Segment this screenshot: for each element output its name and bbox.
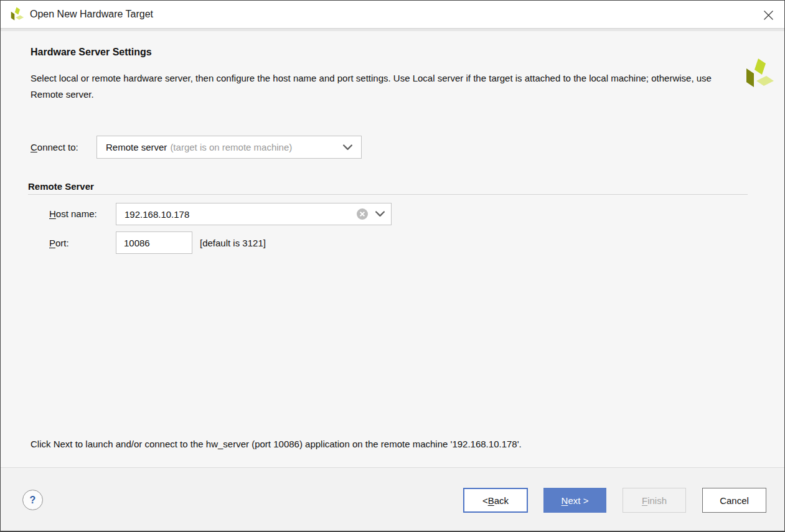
host-name-label: Host name:: [49, 208, 97, 219]
connect-to-label: Connect to:: [31, 142, 78, 152]
status-message: Click Next to launch and/or connect to t…: [31, 439, 522, 449]
connect-to-select[interactable]: Remote server (target is on remote machi…: [96, 136, 362, 159]
question-mark-icon: ?: [30, 495, 36, 506]
port-label: Port:: [49, 238, 69, 248]
page-description: Select local or remote hardware server, …: [31, 70, 712, 103]
xilinx-logo-icon: [743, 58, 775, 90]
clear-icon[interactable]: [357, 208, 368, 220]
finish-button[interactable]: Finish: [623, 488, 686, 513]
window-title: Open New Hardware Target: [30, 9, 153, 20]
next-button[interactable]: Next >: [543, 488, 606, 513]
titlebar-shadow: [1, 29, 784, 31]
page-title: Hardware Server Settings: [31, 47, 152, 58]
help-button[interactable]: ?: [22, 490, 43, 510]
back-button[interactable]: < Back: [463, 488, 528, 513]
chevron-down-icon[interactable]: [343, 144, 352, 151]
app-logo-icon: [9, 7, 24, 22]
close-icon[interactable]: [761, 7, 776, 22]
port-input[interactable]: [116, 231, 192, 254]
dialog-window: Open New Hardware Target Hardware Server…: [0, 0, 785, 532]
remote-server-section-title: Remote Server: [28, 181, 94, 192]
chevron-down-icon[interactable]: [375, 211, 385, 217]
cancel-button[interactable]: Cancel: [702, 488, 766, 513]
title-bar: Open New Hardware Target: [1, 1, 784, 29]
host-name-input[interactable]: [116, 203, 357, 225]
section-divider: [28, 194, 748, 195]
port-default-hint: [default is 3121]: [200, 238, 266, 248]
connect-to-value-hint: (target is on remote machine): [170, 142, 292, 152]
connect-to-value: Remote server: [106, 142, 167, 152]
host-name-combobox[interactable]: [116, 203, 392, 225]
